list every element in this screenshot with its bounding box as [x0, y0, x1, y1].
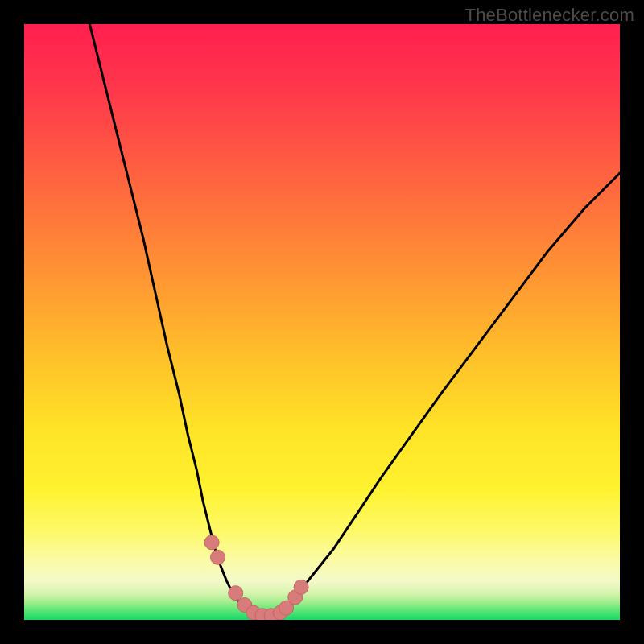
watermark-text: TheBottlenecker.com [465, 5, 634, 26]
plot-area [24, 24, 620, 620]
highlight-dot [229, 586, 243, 601]
highlight-dot [204, 535, 219, 550]
bottleneck-curve [24, 24, 620, 620]
chart-frame: TheBottlenecker.com [0, 0, 644, 644]
highlight-dot [294, 580, 308, 594]
highlight-dot [211, 550, 225, 564]
